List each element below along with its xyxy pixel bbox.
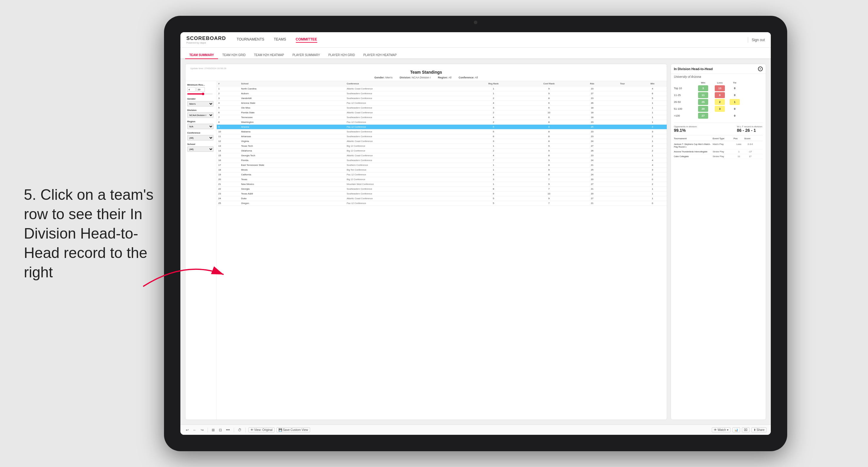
h2h-row: 26-50 25 2 1 [674, 99, 763, 105]
table-row[interactable]: 15 Georgia Tech Atlantic Coast Conferenc… [217, 153, 667, 158]
table-row[interactable]: 4 Arizona State Pac-12 Conference 4 6 26… [217, 101, 667, 105]
table-row[interactable]: 16 Florida Southeastern Conference 7 9 2… [217, 158, 667, 163]
filter-min-rounds-input[interactable] [187, 87, 196, 92]
filter-division-select[interactable]: NCAA Division I [187, 113, 214, 118]
filter-region-label: Region [187, 120, 215, 123]
toolbar-right: 👁 Watch ▾ 📊 ⌧ ⬆ Share [712, 427, 767, 432]
table-row[interactable]: 19 California Pac-12 Conference 4 8 24 2 [217, 173, 667, 177]
filter-school-label: School [187, 143, 215, 146]
h2h-stats: Opponents in division: 99.1% W-L-T recor… [671, 125, 766, 134]
sign-out-link[interactable]: Sign out [752, 38, 765, 42]
min-rounds-slider[interactable] [187, 93, 213, 95]
table-row[interactable]: 12 Virginia Atlantic Coast Conference 3 … [217, 139, 667, 144]
toolbar-more[interactable]: ••• [225, 427, 231, 433]
h2h-grid: Win Loss Tie Top 10 3 13 0 11-25 11 8 0 [671, 80, 766, 121]
panel-body: Minimum Rou... Gender [185, 81, 667, 419]
filter-min-rounds-max[interactable] [196, 87, 205, 92]
nav-teams[interactable]: TEAMS [274, 37, 286, 43]
filters-column: Minimum Rou... Gender [185, 81, 217, 419]
table-row[interactable]: 14 Oklahoma Big 12 Conference 2 9 26 2 [217, 149, 667, 153]
table-row[interactable]: 6 Florida State Atlantic Coast Conferenc… [217, 110, 667, 115]
table-row[interactable]: 20 Texas Big 12 Conference 3 7 20 0 [217, 177, 667, 182]
filter-gender: Gender Men's [187, 97, 215, 106]
h2h-close-btn[interactable]: × [758, 66, 763, 71]
table-row[interactable]: 24 Duke Atlantic Coast Conference 5 9 27… [217, 196, 667, 201]
nav-tournaments[interactable]: TOURNAMENTS [237, 37, 264, 43]
h2h-divider-2 [674, 135, 763, 135]
update-time: Update time: 27/03/2024 16:56:26 [190, 67, 662, 70]
record-val: 86 - 26 - 1 [737, 128, 763, 133]
toolbar-sep1 [208, 428, 208, 432]
table-row[interactable]: 9 Arizona Pac-12 Conference 5 8 25 3 [217, 125, 667, 129]
table-row[interactable]: 25 Oregon Pac-12 Conference 5 7 21 0 [217, 201, 667, 206]
toolbar-icon2[interactable]: ⌧ [742, 427, 750, 432]
tablet-screen: SCOREBOARD Powered by clippd TOURNAMENTS… [180, 32, 771, 435]
h2h-tournament-row: Cabo Collegiate Stroke Play 11 17 [674, 154, 763, 159]
opponents-val: 99.1% [674, 128, 698, 133]
h2h-row: 51-100 20 3 0 [674, 106, 763, 112]
filter-gender-select[interactable]: Men's [187, 101, 214, 106]
sub-nav-team-h2h-heatmap[interactable]: TEAM H2H HEATMAP [250, 52, 288, 58]
filter-school: School (All) [187, 143, 215, 152]
filter-conference-select[interactable]: (All) [187, 135, 214, 141]
table-row[interactable]: 21 New Mexico Mountain West Conference 1… [217, 182, 667, 187]
table-row[interactable]: 1 North Carolina Atlantic Coast Conferen… [217, 87, 667, 91]
bottom-toolbar: ↩ ← ↪ ⊞ ⊡ ••• ⏱ 👁 View: Original 💾 Save … [180, 425, 771, 435]
toolbar-redo[interactable]: ↪ [199, 427, 205, 433]
toolbar-watch[interactable]: 👁 Watch ▾ [712, 427, 731, 432]
nav-separator [748, 37, 748, 43]
standings-table: # School Conference Reg Rank Conf Rank R… [217, 81, 667, 206]
toolbar-clock[interactable]: ⏱ [237, 427, 243, 433]
toolbar-back[interactable]: ← [192, 427, 198, 433]
table-row[interactable]: 3 Vanderbilt Southeastern Conference 2 8… [217, 96, 667, 101]
h2h-row: 11-25 11 8 0 [674, 92, 763, 98]
col-win: Win [638, 81, 667, 87]
filter-region-select[interactable]: N/A [187, 124, 214, 129]
toolbar-undo[interactable]: ↩ [185, 427, 190, 433]
h2h-team-name: University of Arizona [671, 74, 766, 80]
sub-nav-team-summary[interactable]: TEAM SUMMARY [185, 52, 218, 59]
toolbar-icon1[interactable]: 📊 [732, 427, 740, 432]
sub-nav: TEAM SUMMARY TEAM H2H GRID TEAM H2H HEAT… [180, 48, 771, 59]
table-row[interactable]: 13 Texas Tech Big 12 Conference 1 9 27 2 [217, 144, 667, 149]
top-nav: SCOREBOARD Powered by clippd TOURNAMENTS… [180, 32, 771, 48]
col-conf-rank: Conf Rank [520, 81, 578, 87]
table-row[interactable]: 17 East Tennessee State Southern Confere… [217, 163, 667, 167]
toolbar-view2[interactable]: ⊡ [218, 427, 223, 433]
panel-header: Update time: 27/03/2024 16:56:26 Team St… [185, 64, 667, 81]
toolbar-share[interactable]: ⬆ Share [751, 427, 767, 432]
toolbar-view-original[interactable]: 👁 View: Original [248, 427, 275, 432]
table-container: # School Conference Reg Rank Conf Rank R… [217, 81, 667, 419]
col-school: School [240, 81, 345, 87]
table-row[interactable]: 10 Alabama Southeastern Conference 5 8 2… [217, 129, 667, 134]
filter-min-rounds-label: Minimum Rou... [187, 84, 215, 86]
opponents-label: Opponents in division: [674, 125, 698, 128]
col-rds: Rds [578, 81, 607, 87]
table-row[interactable]: 23 Texas A&M Southeastern Conference 9 1… [217, 191, 667, 196]
sub-nav-team-h2h-grid[interactable]: TEAM H2H GRID [218, 52, 250, 58]
filter-gender-label: Gender [187, 97, 215, 100]
h2h-tournaments: Tournament Event Type Pos Score Jackson … [671, 136, 766, 419]
h2h-grid-header: Win Loss Tie [674, 81, 763, 85]
filter-conference-label: Conference [187, 131, 215, 134]
h2h-tournament-row: Arizona Thunderbirds Intercollegiate Str… [674, 149, 763, 154]
nav-committee[interactable]: COMMITTEE [296, 37, 317, 43]
col-num: # [217, 81, 240, 87]
sub-nav-player-h2h-grid[interactable]: PLAYER H2H GRID [324, 52, 359, 58]
sub-nav-player-h2h-heatmap[interactable]: PLAYER H2H HEATMAP [359, 52, 401, 58]
h2h-panel: In Division Head-to-Head × University of… [671, 64, 766, 420]
toolbar-sep2 [234, 428, 234, 432]
sub-nav-player-summary[interactable]: PLAYER SUMMARY [288, 52, 324, 58]
table-row[interactable]: 5 Ole Miss Southeastern Conference 3 6 1… [217, 105, 667, 110]
table-row[interactable]: 22 Georgia Southeastern Conference 8 7 2… [217, 187, 667, 191]
filter-conference: Conference (All) [187, 131, 215, 141]
table-row[interactable]: 11 Arkansas Southeastern Conference 6 8 … [217, 134, 667, 139]
table-row[interactable]: 8 Washington Pac-12 Conference 2 8 23 1 [217, 120, 667, 125]
filter-school-select[interactable]: (All) [187, 147, 214, 152]
table-row[interactable]: 2 Auburn Southeastern Conference 1 9 27 … [217, 91, 667, 96]
main-content: Update time: 27/03/2024 16:56:26 Team St… [180, 59, 771, 425]
table-row[interactable]: 7 Tennessee Southeastern Conference 4 6 … [217, 115, 667, 120]
table-row[interactable]: 18 Illinois Big Ten Conference 1 9 25 3 [217, 167, 667, 173]
toolbar-save-view[interactable]: 💾 Save Custom View [276, 427, 310, 432]
toolbar-grid[interactable]: ⊞ [211, 427, 216, 433]
